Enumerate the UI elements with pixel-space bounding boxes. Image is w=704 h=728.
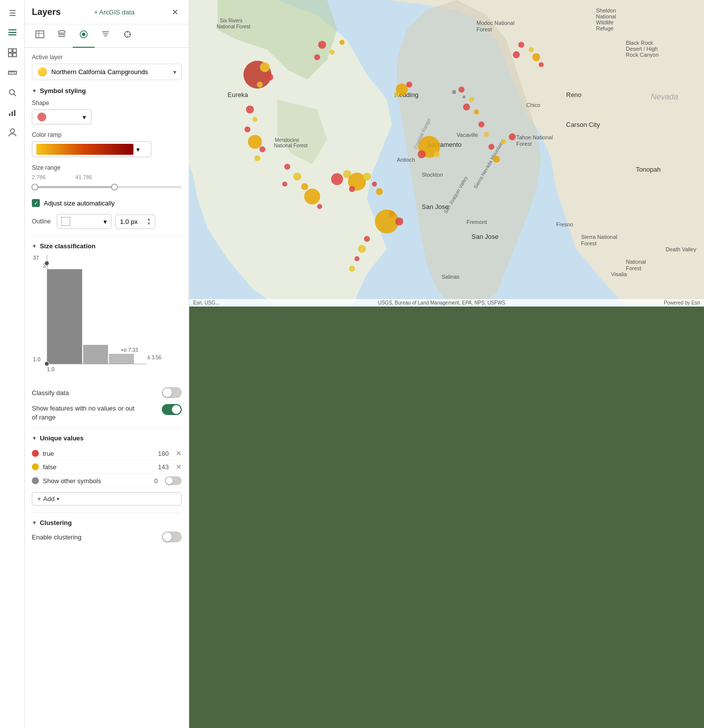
tab-effects[interactable]: [117, 24, 138, 48]
outline-px-input[interactable]: 1.0 px ▲ ▼: [116, 214, 155, 229]
clustering-header[interactable]: ▼ Clustering: [32, 519, 182, 526]
shape-select[interactable]: ▾: [32, 109, 92, 124]
svg-rect-2: [8, 34, 16, 35]
svg-point-80: [418, 150, 426, 158]
svg-point-94: [317, 204, 322, 209]
grid-button[interactable]: [3, 44, 21, 62]
chart-button[interactable]: [3, 104, 21, 121]
range-handle-right[interactable]: [111, 184, 118, 191]
range-handle-left[interactable]: [31, 184, 38, 191]
layer-icon: 🟡: [37, 67, 47, 77]
color-ramp-arrow: ▾: [136, 146, 140, 153]
show-other-toggle[interactable]: [165, 476, 182, 485]
symbol-styling-header[interactable]: ▼ Symbol styling: [32, 87, 182, 95]
user-button[interactable]: [3, 123, 21, 141]
attribution-right: Powered by Esri: [664, 300, 700, 306]
svg-point-101: [376, 188, 383, 195]
active-layer-dropdown[interactable]: 🟡 Northern California Campgrounds ▾: [32, 64, 182, 80]
add-data-button[interactable]: + ArcGIS data: [90, 6, 138, 18]
map-background[interactable]: Eureka Redding Sacramento Vacaville Anti…: [189, 0, 704, 307]
tab-filter[interactable]: [95, 24, 117, 48]
svg-point-122: [509, 133, 516, 140]
classify-data-toggle[interactable]: [162, 387, 182, 398]
tab-table[interactable]: [29, 24, 51, 48]
svg-text:Forest: Forest: [516, 141, 532, 147]
unique-values-chevron: ▼: [32, 435, 37, 441]
uv-remove-false[interactable]: ✕: [176, 463, 182, 471]
shape-row: Shape ▾: [32, 100, 182, 124]
divider-1: [32, 236, 182, 236]
svg-point-76: [248, 135, 262, 149]
svg-point-88: [340, 40, 345, 45]
svg-point-112: [474, 109, 479, 114]
close-panel-button[interactable]: ✕: [168, 5, 182, 19]
size-classification-chart: 37 37 1.0 +σ 7.33 x̄ 3.56: [47, 255, 182, 372]
svg-text:Fremont: Fremont: [467, 219, 487, 225]
unique-value-other: Show other symbols 0: [32, 474, 182, 488]
show-features-toggle[interactable]: [162, 404, 182, 415]
add-btn-arrow: ▾: [57, 496, 59, 502]
svg-point-74: [252, 117, 257, 122]
svg-point-23: [82, 33, 86, 36]
svg-text:National: National: [596, 13, 616, 19]
svg-point-109: [459, 87, 465, 93]
svg-text:Mendocino: Mendocino: [275, 137, 299, 143]
uv-dot-other: [32, 477, 39, 484]
svg-text:Forest: Forest: [476, 26, 492, 32]
px-down[interactable]: ▼: [147, 222, 151, 226]
px-up[interactable]: ▲: [147, 217, 151, 221]
svg-point-95: [331, 173, 343, 185]
svg-text:Forest: Forest: [626, 265, 641, 271]
svg-point-73: [246, 105, 254, 113]
chart-y-top: 37: [33, 255, 39, 261]
search-button[interactable]: [3, 84, 21, 102]
measure-button[interactable]: [3, 64, 21, 82]
uv-remove-true[interactable]: ✕: [176, 449, 182, 457]
unique-values-section: ▼ Unique values true 180 ✕ false 143 ✕: [32, 434, 182, 506]
svg-point-99: [363, 173, 371, 181]
svg-rect-16: [14, 110, 15, 116]
svg-text:Visalia: Visalia: [611, 271, 627, 277]
adjust-size-checkbox[interactable]: ✓: [32, 199, 40, 207]
svg-text:Refuge: Refuge: [596, 25, 613, 31]
svg-point-89: [284, 164, 290, 170]
svg-point-98: [349, 186, 355, 192]
svg-rect-6: [13, 53, 16, 57]
range-min: 2.786: [32, 174, 46, 180]
tab-layers[interactable]: [51, 24, 73, 48]
chart-y-min-label: 1.0: [33, 356, 40, 362]
svg-text:Tonopah: Tonopah: [636, 166, 661, 173]
outline-color-select[interactable]: ▾: [57, 214, 112, 229]
svg-point-85: [318, 41, 326, 49]
layers-button[interactable]: [3, 24, 21, 42]
range-active: [32, 186, 115, 188]
svg-rect-18: [36, 31, 44, 38]
tab-style[interactable]: [73, 24, 95, 48]
svg-point-93: [304, 189, 320, 205]
svg-text:Death Valley: Death Valley: [666, 246, 697, 252]
svg-point-92: [301, 183, 308, 190]
chart-marker-bottom: [44, 361, 49, 366]
svg-text:Vacaville: Vacaville: [457, 132, 478, 138]
color-ramp-select[interactable]: ▾: [32, 141, 151, 157]
unique-values-header[interactable]: ▼ Unique values: [32, 434, 182, 442]
svg-point-87: [314, 54, 320, 60]
svg-point-78: [254, 155, 260, 161]
unique-value-false: false 143 ✕: [32, 460, 182, 474]
menu-button[interactable]: ☰: [3, 4, 21, 22]
svg-point-17: [10, 129, 14, 133]
classify-data-row: Classify data: [32, 387, 182, 398]
svg-point-115: [488, 144, 494, 150]
svg-point-110: [469, 97, 474, 102]
svg-text:Nevada: Nevada: [651, 93, 678, 101]
add-value-button[interactable]: + Add ▾: [32, 492, 182, 506]
svg-point-86: [330, 50, 335, 55]
size-classification-label: Size classification: [40, 242, 96, 250]
size-range-track[interactable]: [32, 182, 182, 192]
size-classification-header[interactable]: ▼ Size classification: [32, 242, 182, 250]
active-layer-label: Active layer: [32, 54, 182, 61]
uv-dot-true: [32, 450, 39, 457]
shape-label: Shape: [32, 100, 182, 106]
divider-3: [32, 513, 182, 513]
enable-clustering-toggle[interactable]: [162, 531, 182, 542]
